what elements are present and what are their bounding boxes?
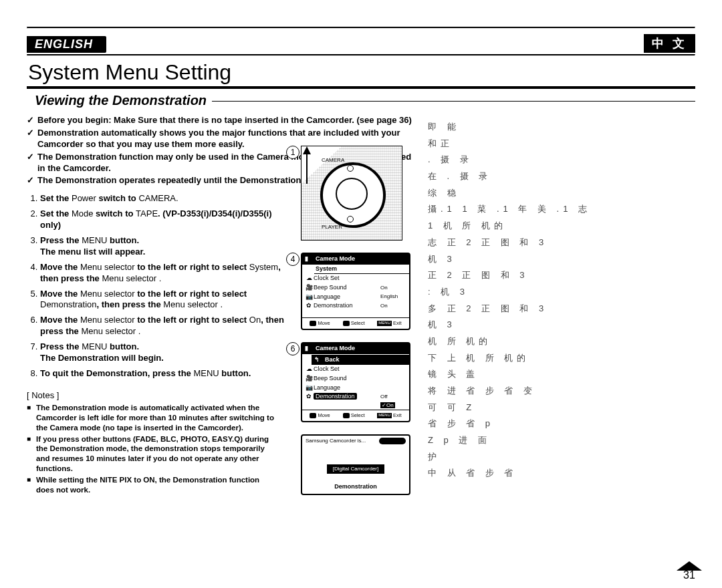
menu-footer: Move Select MENUExit xyxy=(302,317,409,329)
page-number-value: 31 xyxy=(677,569,702,581)
dial-player-label: PLAYER xyxy=(322,224,342,231)
figure-number: 1 xyxy=(286,146,299,159)
header-row: ENGLISH 中 文 xyxy=(27,34,695,53)
cn-text: 可 可 Z xyxy=(428,400,695,416)
cn-text: 正 2 正 图 和 3 xyxy=(428,267,695,284)
cn-text: 机 所 机的 xyxy=(428,333,695,350)
camcorder-icon: 🎥 xyxy=(304,284,314,292)
page-number: 31 xyxy=(677,561,702,581)
select-icon xyxy=(343,413,350,418)
clock-icon: ☁ xyxy=(304,275,314,283)
cn-text: 志 正 2 正 图 和 3 xyxy=(428,235,695,251)
title-underline xyxy=(27,86,695,89)
camera-menu: ▮Camera Mode System ☁Clock Set 🎥Beep Sou… xyxy=(301,253,410,330)
cn-text: 镜 头 盖 xyxy=(428,366,695,383)
menu-item-on: ✓On xyxy=(302,402,409,410)
step-item: Move the Menu selector to the left or ri… xyxy=(40,262,294,285)
dial-camera-label: CAMERA xyxy=(322,157,344,164)
step-item: Set the Mode switch to TAPE. (VP-D353(i)… xyxy=(40,208,294,231)
step-item: Press the MENU button. The Demonstration… xyxy=(40,341,294,364)
menu-item: 📷LanguageEnglish xyxy=(302,293,409,302)
samsung-logo xyxy=(379,438,406,444)
camcorder-icon: 🎥 xyxy=(304,375,314,383)
cn-text: : 机 3 xyxy=(428,284,695,301)
menu-title: ▮Camera Mode xyxy=(302,343,409,354)
note-item: If you press other buttons (FADE, BLC, P… xyxy=(27,434,274,474)
page-title: System Menu Setting xyxy=(28,60,695,85)
figure-column: 1 CAMERA PLAYER 4 xyxy=(301,146,414,507)
cn-text: . 摄 录 xyxy=(428,152,695,168)
cn-text: 多 正 2 正 图 和 3 xyxy=(428,301,695,317)
lang-badge-en: ENGLISH xyxy=(27,36,106,53)
dpad-icon xyxy=(310,413,316,418)
clock-icon: ☁ xyxy=(304,365,314,374)
lang-badge-cn: 中 文 xyxy=(644,34,695,53)
gear-icon: ✿ xyxy=(304,393,314,401)
note-item: The Demonstration mode is automatically … xyxy=(27,403,274,433)
figure-splash: Samsung Camcorder is... [Digital Camcord… xyxy=(301,434,414,494)
subtitle-bar: Viewing the Demonstration xyxy=(27,90,695,112)
camera-icon: ▮ xyxy=(305,255,308,263)
splash-label: Demonstration xyxy=(302,483,409,491)
content-columns: Before you begin: Make Sure that there i… xyxy=(27,112,695,496)
camera-icon: 📷 xyxy=(304,384,314,392)
menu-item: 🎥Beep SoundOn xyxy=(302,283,409,293)
gear-icon: ✿ xyxy=(304,302,314,310)
menu-item: ✿DemonstrationOn xyxy=(302,301,409,311)
demo-splash: Samsung Camcorder is... [Digital Camcord… xyxy=(301,434,410,494)
cn-text: 即 能 xyxy=(428,119,695,136)
menu-badge: MENU xyxy=(377,321,392,326)
notes-list: The Demonstration mode is automatically … xyxy=(27,403,274,495)
cn-text: 综 稳 xyxy=(428,185,695,202)
select-icon xyxy=(343,321,350,326)
menu-back: ↰Back xyxy=(312,354,409,365)
figure-number: 4 xyxy=(286,253,299,266)
menu-title: ▮Camera Mode xyxy=(302,254,409,265)
menu-item: 📷Language xyxy=(302,384,409,393)
menu-item: ☁Clock Set xyxy=(302,274,409,283)
menu-item-highlight: ✿DemonstrationOff xyxy=(302,392,409,402)
step-item: Press the MENU button. The menu list wil… xyxy=(40,235,294,258)
subtitle-line xyxy=(212,101,695,102)
cn-text: 在 . 摄 录 xyxy=(428,168,695,185)
cn-text: 攝.1 1 菜 .1 年 美 .1 志 xyxy=(428,201,695,218)
manual-page: ENGLISH 中 文 System Menu Setting Viewing … xyxy=(0,0,722,588)
right-column-chinese: 即 能 和正 . 摄 录 在 . 摄 录 综 稳 xyxy=(428,112,695,496)
cn-text: Z p 进 面 xyxy=(428,432,695,449)
menu-footer: Move Select MENUExit xyxy=(302,410,409,421)
dial-illustration: CAMERA PLAYER xyxy=(301,146,402,241)
dpad-icon xyxy=(310,321,316,326)
cn-text: 1 机 所 机的 xyxy=(428,218,695,235)
step-item: Set the Power switch to CAMERA. xyxy=(40,193,294,204)
step-item: Move the Menu selector to the left or ri… xyxy=(40,289,294,311)
figure-dial: 1 CAMERA PLAYER xyxy=(301,146,414,241)
left-column: Before you begin: Make Sure that there i… xyxy=(27,112,414,496)
figure-number: 6 xyxy=(286,342,299,355)
menu-section: System xyxy=(314,265,409,275)
back-icon: ↰ xyxy=(314,356,320,364)
splash-title: Samsung Camcorder is... xyxy=(306,438,366,444)
camera-menu: ▮Camera Mode ↰Back ☁Clock Set 🎥Beep Soun… xyxy=(301,342,410,422)
cn-text: 中 从 省 步 省 xyxy=(428,465,695,482)
steps-list: Set the Power switch to CAMERA. Set the … xyxy=(27,193,294,379)
up-arrow-icon xyxy=(301,146,315,186)
top-rule xyxy=(27,27,695,29)
section-subtitle: Viewing the Demonstration xyxy=(35,93,207,108)
menu-item: 🎥Beep Sound xyxy=(302,374,409,384)
camera-icon: 📷 xyxy=(304,293,314,301)
cn-text: 将 进 省 步 省 变 xyxy=(428,383,695,400)
figure-menu-demo: 6 ▮Camera Mode ↰Back ☁Clock Set 🎥Beep So… xyxy=(301,342,414,422)
cn-text: 下 上 机 所 机的 xyxy=(428,350,695,367)
step-item: To quit the Demonstration, press the MEN… xyxy=(40,368,294,380)
cn-text: 机 3 xyxy=(428,251,695,268)
cn-text: 省 步 省 p xyxy=(428,416,695,432)
camera-icon: ▮ xyxy=(305,345,308,353)
step-item: Move the Menu selector to the left or ri… xyxy=(40,315,294,337)
menu-badge: MENU xyxy=(377,413,392,418)
figure-menu-system: 4 ▮Camera Mode System ☁Clock Set 🎥Beep S… xyxy=(301,253,414,330)
cn-text: 和正 xyxy=(428,136,695,152)
menu-item: ☁Clock Set xyxy=(302,365,409,374)
header-rule xyxy=(27,54,695,56)
cn-text: 机 3 xyxy=(428,317,695,333)
cn-text: 护 xyxy=(428,449,695,466)
